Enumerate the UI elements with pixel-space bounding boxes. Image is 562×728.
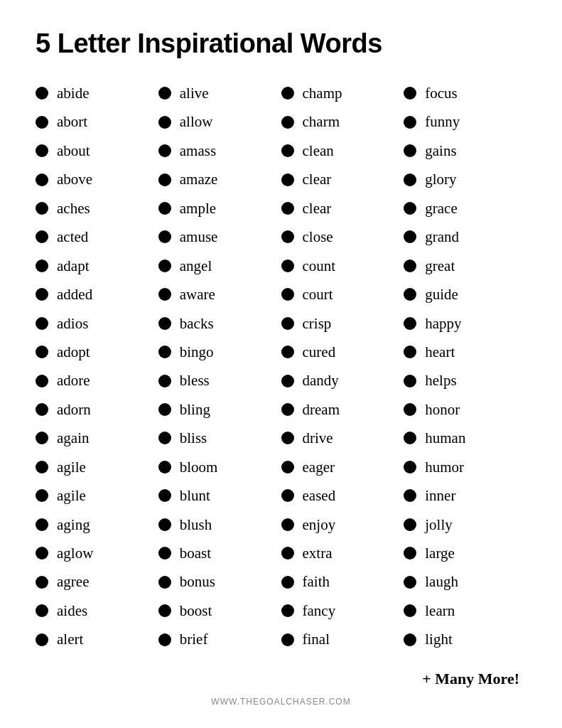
word-text: clear (303, 198, 332, 219)
footer-section: + Many More! (36, 670, 526, 688)
word-text: aware (180, 284, 215, 305)
word-item: grace (404, 194, 526, 223)
bullet-icon (36, 230, 48, 243)
word-item: adopt (36, 338, 158, 366)
bullet-icon (36, 144, 48, 157)
bullet-icon (158, 633, 171, 646)
word-text: amaze (180, 168, 218, 190)
word-text: added (57, 284, 92, 305)
bullet-icon (281, 87, 294, 100)
page-title: 5 Letter Inspirational Words (36, 28, 526, 59)
bullet-icon (281, 346, 294, 358)
word-item: aides (36, 596, 158, 625)
bullet-icon (404, 230, 416, 243)
bullet-icon (36, 432, 48, 444)
bullet-icon (281, 461, 294, 473)
word-item: agile (36, 453, 158, 481)
bullet-icon (36, 375, 48, 387)
bullet-icon (281, 173, 294, 186)
word-item: champ (281, 79, 404, 107)
word-item: bingo (158, 338, 281, 366)
word-text: amass (180, 140, 216, 161)
bullet-icon (404, 489, 416, 502)
word-item: aches (36, 194, 158, 223)
word-item: adorn (36, 395, 158, 424)
bullet-icon (36, 461, 48, 473)
bullet-icon (404, 576, 416, 589)
word-text: eased (303, 485, 336, 506)
word-item: large (404, 539, 526, 567)
bullet-icon (404, 432, 416, 444)
word-text: about (57, 140, 90, 161)
word-item: brief (158, 625, 281, 653)
bullet-icon (36, 633, 48, 646)
bullet-icon (281, 576, 294, 589)
word-text: enjoy (303, 514, 336, 535)
word-item: again (36, 424, 158, 452)
bullet-icon (36, 288, 48, 301)
word-text: adore (57, 370, 90, 391)
word-item: allow (158, 107, 281, 136)
word-item: guide (404, 280, 526, 309)
word-item: great (404, 252, 526, 280)
word-text: dream (303, 399, 340, 420)
word-item: dream (281, 395, 404, 424)
word-item: acted (36, 223, 158, 251)
bullet-icon (158, 259, 171, 272)
word-text: amuse (180, 226, 218, 247)
bullet-icon (36, 87, 48, 100)
word-item: aware (158, 280, 281, 309)
word-text: cured (303, 341, 336, 363)
bullet-icon (404, 317, 416, 330)
bullet-icon (158, 202, 171, 215)
bullet-icon (36, 346, 48, 358)
word-item: aglow (36, 539, 158, 567)
word-item: alive (158, 79, 281, 107)
word-item: human (404, 424, 526, 452)
bullet-icon (281, 116, 294, 129)
word-item: eager (281, 453, 404, 481)
bullet-icon (281, 202, 294, 215)
word-text: honor (425, 399, 460, 420)
bullet-icon (404, 403, 416, 416)
bullet-icon (281, 489, 294, 502)
word-text: eager (303, 456, 335, 478)
bullet-icon (158, 230, 171, 243)
word-item: grand (404, 223, 526, 251)
word-item: angel (158, 252, 281, 280)
word-text: brief (180, 628, 208, 650)
word-item: adore (36, 366, 158, 395)
bullet-icon (404, 375, 416, 387)
word-item: clear (281, 165, 404, 193)
word-text: charm (303, 111, 340, 132)
word-text: fancy (303, 600, 336, 621)
bullet-icon (281, 518, 294, 531)
word-item: eased (281, 481, 404, 510)
word-text: bloom (180, 456, 218, 478)
word-text: aging (57, 514, 90, 535)
word-text: gains (425, 140, 456, 161)
word-text: focus (425, 82, 458, 104)
word-item: glory (404, 165, 526, 193)
word-text: blunt (180, 485, 210, 506)
word-text: glory (425, 168, 456, 190)
word-item: bloom (158, 453, 281, 481)
word-column-3: champcharmcleanclearclearclosecountcourt… (281, 79, 404, 664)
word-text: agree (57, 571, 89, 592)
word-item: final (281, 625, 404, 653)
word-text: agile (57, 485, 86, 506)
word-text: bliss (180, 427, 207, 449)
bullet-icon (36, 116, 48, 129)
word-item: above (36, 165, 158, 193)
bullet-icon (404, 633, 416, 646)
bullet-icon (404, 259, 416, 272)
word-text: faith (303, 571, 330, 592)
bullet-icon (404, 518, 416, 531)
word-text: humor (425, 456, 464, 478)
word-item: close (281, 223, 404, 251)
word-text: boast (180, 542, 211, 564)
word-text: bonus (180, 571, 215, 592)
word-item: added (36, 280, 158, 309)
word-item: humor (404, 453, 526, 481)
word-text: learn (425, 600, 455, 621)
